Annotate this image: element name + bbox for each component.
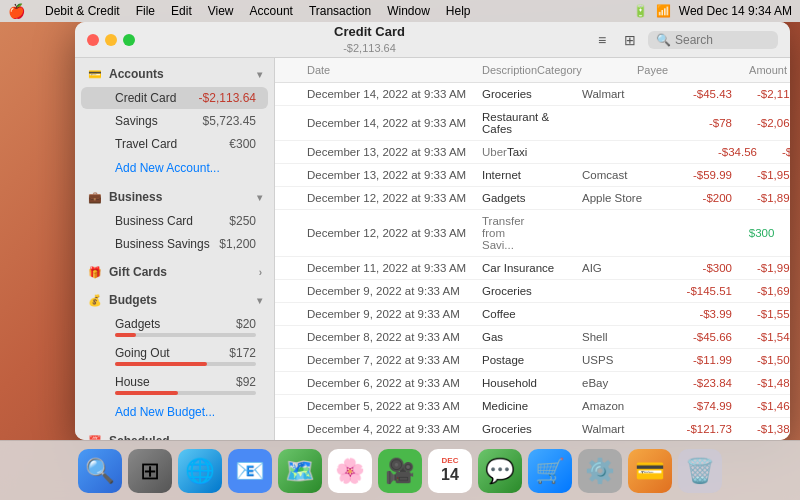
row-payee: Walmart	[582, 423, 662, 435]
table-row[interactable]: December 13, 2022 at 9:33 AM Internet Co…	[275, 164, 790, 187]
budget-gadgets-label: Gadgets	[115, 317, 236, 331]
row-payee: Walmart	[582, 88, 662, 100]
menu-file[interactable]: File	[136, 4, 155, 18]
clock: Wed Dec 14 9:34 AM	[679, 4, 792, 18]
menu-account[interactable]: Account	[250, 4, 293, 18]
fullscreen-button[interactable]	[123, 34, 135, 46]
table-row[interactable]: December 14, 2022 at 9:33 AM Restaurant …	[275, 106, 790, 141]
row-payee: AIG	[582, 262, 662, 274]
sidebar-item-travel-card[interactable]: Travel Card €300	[81, 133, 268, 155]
dock-debit-credit[interactable]: 💳	[628, 449, 672, 493]
row-category: Taxi	[507, 146, 607, 158]
row-category: Restaurant & Cafes	[482, 111, 582, 135]
col-num	[283, 64, 307, 76]
col-balance[interactable]: Balance	[787, 64, 790, 76]
budget-going-out-value: $172	[229, 346, 256, 360]
row-date: December 5, 2022 at 9:33 AM	[307, 400, 482, 412]
grid-view-icon[interactable]: ⊞	[620, 30, 640, 50]
row-category: Internet	[482, 169, 582, 181]
table-header: Date Description Category Payee Amount B…	[275, 58, 790, 83]
budget-house-label: House	[115, 375, 236, 389]
col-category[interactable]: Category	[537, 64, 637, 76]
traffic-lights	[87, 34, 135, 46]
row-amount: -$34.56	[687, 146, 757, 158]
table-row[interactable]: December 8, 2022 at 9:33 AM Gas Shell -$…	[275, 326, 790, 349]
dock-settings[interactable]: ⚙️	[578, 449, 622, 493]
row-date: December 4, 2022 at 9:33 AM	[307, 423, 482, 435]
dock-trash[interactable]: 🗑️	[678, 449, 722, 493]
table-row[interactable]: December 9, 2022 at 9:33 AM Groceries -$…	[275, 280, 790, 303]
business-savings-value: $1,200	[219, 237, 256, 251]
table-row[interactable]: December 14, 2022 at 9:33 AM Groceries W…	[275, 83, 790, 106]
table-row[interactable]: December 13, 2022 at 9:33 AM Uber Taxi -…	[275, 141, 790, 164]
col-date[interactable]: Date	[307, 64, 482, 76]
savings-value: $5,723.45	[203, 114, 256, 128]
apple-menu[interactable]: 🍎	[8, 3, 25, 19]
dock-launchpad[interactable]: ⊞	[128, 449, 172, 493]
business-section-header[interactable]: 💼 Business ▾	[75, 181, 274, 209]
table-row[interactable]: December 7, 2022 at 9:33 AM Postage USPS…	[275, 349, 790, 372]
row-balance: -$1,995.66	[732, 262, 790, 274]
sidebar-item-business-savings[interactable]: Business Savings $1,200	[81, 233, 268, 255]
budget-gadgets[interactable]: Gadgets $20	[81, 313, 268, 341]
table-row[interactable]: December 4, 2022 at 9:33 AM Groceries Wa…	[275, 418, 790, 440]
table-row[interactable]: December 12, 2022 at 9:33 AM Gadgets App…	[275, 187, 790, 210]
sidebar-item-savings[interactable]: Savings $5,723.45	[81, 110, 268, 132]
dock-photos[interactable]: 🌸	[328, 449, 372, 493]
search-box[interactable]: 🔍	[648, 31, 778, 49]
menu-window[interactable]: Window	[387, 4, 430, 18]
sidebar-item-business-card[interactable]: Business Card $250	[81, 210, 268, 232]
row-category: Coffee	[482, 308, 582, 320]
dock-maps[interactable]: 🗺️	[278, 449, 322, 493]
budget-gadgets-fill	[115, 333, 136, 337]
table-row[interactable]: December 11, 2022 at 9:33 AM Car Insuran…	[275, 257, 790, 280]
row-payee: Shell	[582, 331, 662, 343]
menu-help[interactable]: Help	[446, 4, 471, 18]
menu-app[interactable]: Debit & Credit	[45, 4, 120, 18]
table-row[interactable]: December 6, 2022 at 9:33 AM Household eB…	[275, 372, 790, 395]
gift-cards-section-header[interactable]: 🎁 Gift Cards ›	[75, 256, 274, 284]
row-date: December 11, 2022 at 9:33 AM	[307, 262, 482, 274]
minimize-button[interactable]	[105, 34, 117, 46]
col-description[interactable]: Description	[482, 64, 537, 76]
dock-calendar[interactable]: DEC 14	[428, 449, 472, 493]
row-category: Household	[482, 377, 582, 389]
budget-going-out[interactable]: Going Out $172	[81, 342, 268, 370]
list-view-icon[interactable]: ≡	[592, 30, 612, 50]
budget-house-track	[115, 391, 256, 395]
row-amount: -$74.99	[662, 400, 732, 412]
col-amount[interactable]: Amount	[717, 64, 787, 76]
dock-appstore[interactable]: 🛒	[528, 449, 572, 493]
budgets-section-header[interactable]: 💰 Budgets ▾	[75, 284, 274, 312]
dock-messages[interactable]: 💬	[478, 449, 522, 493]
menu-transaction[interactable]: Transaction	[309, 4, 371, 18]
dock-facetime[interactable]: 🎥	[378, 449, 422, 493]
search-input[interactable]	[675, 33, 775, 47]
scheduled-section-header[interactable]: 📅 Scheduled	[75, 425, 274, 440]
row-description: Transfer from Savi...	[482, 215, 524, 251]
col-payee[interactable]: Payee	[637, 64, 717, 76]
accounts-section-header[interactable]: 💳 Accounts ▾	[75, 58, 274, 86]
row-category: Medicine	[482, 400, 582, 412]
dock-mail[interactable]: 📧	[228, 449, 272, 493]
dock-finder[interactable]: 🔍	[78, 449, 122, 493]
budget-house-fill	[115, 391, 178, 395]
row-date: December 13, 2022 at 9:33 AM	[307, 169, 482, 181]
menu-view[interactable]: View	[208, 4, 234, 18]
row-payee: USPS	[582, 354, 662, 366]
table-row[interactable]: December 12, 2022 at 9:33 AM Transfer fr…	[275, 210, 790, 257]
budget-house[interactable]: House $92	[81, 371, 268, 399]
dock-safari[interactable]: 🌐	[178, 449, 222, 493]
table-row[interactable]: December 5, 2022 at 9:33 AM Medicine Ama…	[275, 395, 790, 418]
row-date: December 7, 2022 at 9:33 AM	[307, 354, 482, 366]
table-row[interactable]: December 9, 2022 at 9:33 AM Coffee -$3.9…	[275, 303, 790, 326]
row-amount: -$300	[662, 262, 732, 274]
menu-edit[interactable]: Edit	[171, 4, 192, 18]
add-budget-link[interactable]: Add New Budget...	[81, 401, 268, 423]
row-date: December 14, 2022 at 9:33 AM	[307, 88, 482, 100]
add-account-link[interactable]: Add New Account...	[81, 157, 268, 179]
sidebar-item-credit-card[interactable]: Credit Card -$2,113.64	[81, 87, 268, 109]
row-date: December 8, 2022 at 9:33 AM	[307, 331, 482, 343]
row-balance: -$2,068.21	[732, 117, 790, 129]
close-button[interactable]	[87, 34, 99, 46]
